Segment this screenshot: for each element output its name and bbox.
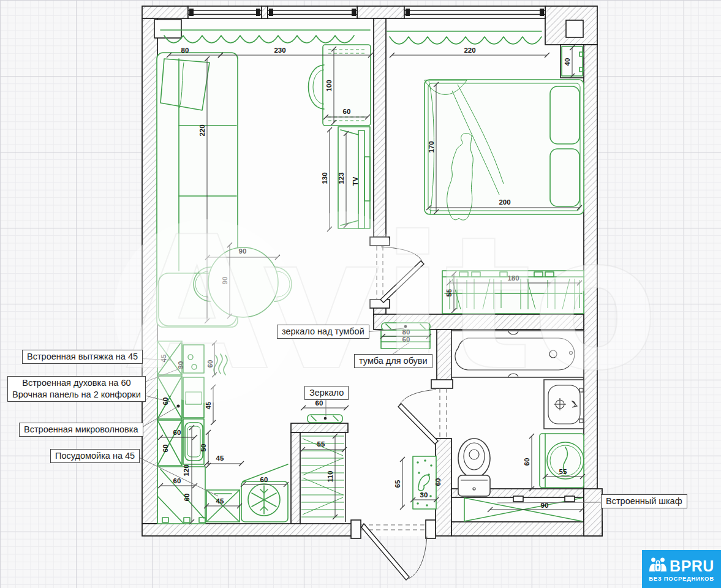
dimension-value: 60 xyxy=(173,477,181,484)
dimension-value: 130 xyxy=(321,172,328,184)
dimension-value: 230 xyxy=(274,47,285,54)
bpru-people-lock-icon xyxy=(649,557,667,576)
dimension-value: 60 xyxy=(315,399,323,407)
dimension-value: 45 xyxy=(205,401,212,409)
dimension-value: 60 xyxy=(260,476,268,483)
cooktop xyxy=(183,345,204,373)
dimension-value: 170 xyxy=(428,141,435,153)
dimension-value: 50 xyxy=(200,444,207,452)
dimension-value: 90 xyxy=(221,277,228,285)
washing-machine xyxy=(540,434,584,488)
dimension-value: 80 xyxy=(402,328,410,336)
dimension-value: 55 xyxy=(445,288,453,296)
dimension-value: 60 xyxy=(162,398,169,405)
bathroom-sink xyxy=(544,380,584,429)
dimension-value: 90 xyxy=(541,502,549,509)
dimension-value: 30 xyxy=(177,361,184,369)
dimension-value: 30 xyxy=(420,491,428,499)
dimension-value: 90 xyxy=(239,247,247,255)
hall-mirror xyxy=(308,415,342,423)
dimension-value: 110 xyxy=(327,471,334,483)
dimension-value: 60 xyxy=(523,458,530,466)
dimension-value: 220 xyxy=(464,47,475,54)
dimension-value: 65 xyxy=(394,480,401,488)
bpru-logo[interactable]: BPRU БЕЗ ПОСРЕДНИКОВ xyxy=(642,550,721,588)
shoe-rack xyxy=(413,456,436,509)
dimension-value: 120 xyxy=(183,464,190,476)
dimension-value: 180 xyxy=(507,274,519,282)
bathtub xyxy=(451,331,584,377)
dimension-value: 100 xyxy=(325,80,333,91)
dimension-value: TV xyxy=(352,176,359,186)
dimension-value: 40 xyxy=(564,58,571,66)
window-living-2 xyxy=(268,6,357,18)
dimension-value: 123 xyxy=(338,172,345,184)
floor-plan-stage: 802302201006040220130123TV17020090901805… xyxy=(0,0,721,588)
dimension-value: 55 xyxy=(559,468,567,475)
toilet xyxy=(458,439,490,496)
dimension-value: 200 xyxy=(499,198,510,206)
dimension-value: 45 xyxy=(216,497,224,505)
dimension-value: 60 xyxy=(173,429,181,436)
dimension-value: 60 xyxy=(206,360,214,368)
floor-plan-drawing: 802302201006040220130123TV17020090901805… xyxy=(0,0,721,588)
dimension-value: 80 xyxy=(181,47,189,54)
dimension-value: 220 xyxy=(198,124,206,136)
dimension-value: 60 xyxy=(434,478,442,486)
dimension-value: 60 xyxy=(183,494,191,502)
bpru-brand-text: BPRU xyxy=(670,557,714,575)
window-living-1 xyxy=(188,6,262,18)
dimension-value: 60 xyxy=(162,445,169,453)
dimension-value: 60 xyxy=(402,336,410,343)
sink-cabinet xyxy=(157,419,204,466)
dimension-value: 55 xyxy=(317,440,325,448)
dimension-value: 45 xyxy=(216,454,224,462)
dimension-value: 60 xyxy=(343,108,351,115)
corner-cabinet xyxy=(157,467,205,524)
window-bedroom xyxy=(404,6,545,18)
dimension-value: 45 xyxy=(160,354,167,362)
bpru-tagline: БЕЗ ПОСРЕДНИКОВ xyxy=(649,575,714,582)
